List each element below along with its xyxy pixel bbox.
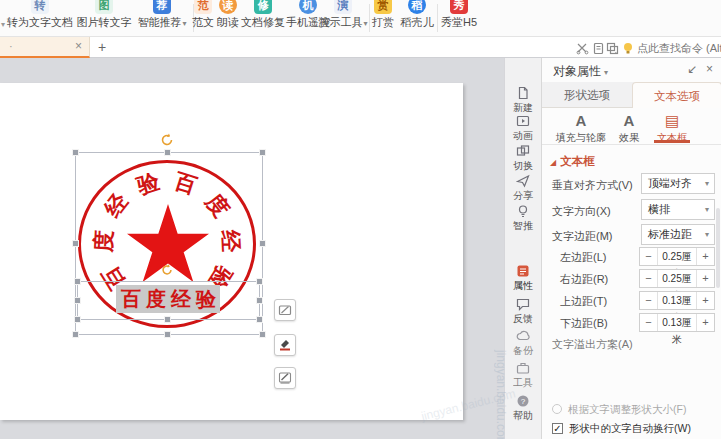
left-margin-value[interactable]: 0.25厘米: [657, 248, 697, 265]
sidebar-item-tools[interactable]: 工具: [505, 361, 541, 390]
checkbox-label: 形状中的文字自动换行(W): [569, 422, 691, 436]
new-tab-button[interactable]: +: [93, 38, 111, 56]
selection-handle[interactable]: [72, 331, 79, 338]
chevron-down-icon: ▾: [604, 68, 608, 77]
doc-convert-icon: 转: [31, 0, 49, 14]
top-margin-stepper: − 0.13厘米 +: [639, 291, 715, 310]
radio-label: 根据文字调整形状大小(F): [568, 403, 686, 417]
sidebar-item-transition[interactable]: 切换: [505, 144, 541, 173]
decrement-button[interactable]: −: [640, 292, 657, 309]
selection-handle[interactable]: [72, 240, 79, 247]
textbox-handle[interactable]: [256, 278, 263, 285]
radio-circle[interactable]: [552, 404, 562, 414]
textbox-section-header[interactable]: ◢文本框: [550, 154, 595, 169]
increment-button[interactable]: +: [697, 314, 714, 331]
switch-window-icon[interactable]: [606, 41, 619, 54]
selection-handle[interactable]: [259, 331, 266, 338]
top-margin-value[interactable]: 0.13厘米: [657, 292, 697, 309]
sidebar-item-properties[interactable]: 属性: [505, 264, 541, 293]
icon-tab-effects[interactable]: A 效果: [612, 112, 646, 145]
increment-button[interactable]: +: [697, 248, 714, 265]
right-margin-stepper: − 0.25厘米 +: [639, 269, 715, 288]
text-edit-button[interactable]: [274, 367, 296, 389]
textbox-handle[interactable]: [256, 316, 263, 323]
decrement-button[interactable]: −: [640, 248, 657, 265]
sidebar-item-smart-push[interactable]: 智推: [505, 204, 541, 233]
text-margin-label: 文字边距(M): [552, 229, 613, 244]
tab-text-options[interactable]: 文本选项: [632, 82, 721, 108]
bottom-margin-value[interactable]: 0.13厘米: [657, 314, 697, 331]
ribbon-button-docer[interactable]: 稻 稻壳儿: [399, 0, 435, 36]
selection-handle[interactable]: [259, 149, 266, 156]
decrement-button[interactable]: −: [640, 270, 657, 287]
ribbon-button-xiutang-h5[interactable]: 秀 秀堂H5: [437, 0, 481, 36]
ribbon-label: 文档修复: [241, 16, 285, 28]
ribbon-button-reward[interactable]: 赏 打赏: [366, 0, 400, 36]
section-triangle-icon: ◢: [550, 158, 556, 167]
selection-handle[interactable]: [164, 331, 171, 338]
textbox-handle[interactable]: [256, 297, 263, 304]
panel-tabs: 形状选项 文本选项: [542, 82, 721, 108]
presentation-tools-icon: 演: [334, 0, 352, 14]
close-panel-icon[interactable]: ×: [706, 62, 713, 76]
selection-handle[interactable]: [164, 149, 171, 156]
icon-tab-fill-outline[interactable]: A 填充与轮廓: [550, 112, 612, 145]
sidebar-item-help[interactable]: ? 帮助: [505, 394, 541, 423]
sidebar-item-feedback[interactable]: 反馈: [505, 297, 541, 326]
sidebar-item-animation[interactable]: 动画: [505, 114, 541, 143]
format-painter-button[interactable]: [274, 334, 296, 356]
sidebar-item-new[interactable]: 新建: [505, 86, 541, 115]
increment-button[interactable]: +: [697, 270, 714, 287]
ribbon-button-smart-recommend[interactable]: 荐 智能推荐▾: [134, 0, 190, 36]
effects-icon: A: [624, 112, 635, 129]
checkbox-box[interactable]: ✓: [552, 423, 563, 434]
textbox-handle[interactable]: [74, 278, 81, 285]
close-tab-icon[interactable]: ×: [75, 39, 82, 53]
left-margin-stepper: − 0.25厘米 +: [639, 247, 715, 266]
text-overflow-label: 文字溢出方案(A): [552, 337, 633, 352]
textbox-handle[interactable]: [164, 316, 171, 323]
scissors-icon[interactable]: [576, 41, 589, 54]
right-margin-value[interactable]: 0.25厘米: [657, 270, 697, 287]
ribbon-button-convert-to-text-doc[interactable]: 转 转为文字文档: [6, 0, 74, 36]
ribbon-button-presentation-tools[interactable]: 演 演示工具▾: [318, 0, 368, 36]
ribbon-toolbar: ▾ 转 转为文字文档 图 图片转文字 荐 智能推荐▾ 范 范文 读 朗读 修 文…: [0, 0, 721, 37]
selection-handle[interactable]: [259, 240, 266, 247]
ribbon-label: 智能推荐: [137, 16, 181, 28]
sidebar-item-share[interactable]: 分享: [505, 174, 541, 203]
sidebar-label: 动画: [505, 129, 541, 143]
text-direction-select[interactable]: 横排 ▾: [641, 199, 715, 220]
selection-handle[interactable]: [72, 149, 79, 156]
textbox-handle[interactable]: [74, 297, 81, 304]
ribbon-button-image-to-text[interactable]: 图 图片转文字: [76, 0, 132, 36]
document-tab[interactable]: · ×: [0, 37, 90, 58]
tab-shape-options[interactable]: 形状选项: [544, 82, 630, 108]
sidebar-label: 属性: [505, 279, 541, 293]
decrement-button[interactable]: −: [640, 314, 657, 331]
chevron-down-icon: ▾: [705, 200, 709, 219]
wrap-text-checkbox[interactable]: ✓ 形状中的文字自动换行(W): [552, 422, 716, 436]
increment-button[interactable]: +: [697, 292, 714, 309]
find-command-hint[interactable]: 点此查找命令 (Alt+Q): [637, 41, 721, 56]
vertical-align-select[interactable]: 顶端对齐 ▾: [641, 173, 715, 194]
panel-divider: [542, 144, 721, 145]
collapse-panel-icon[interactable]: ↙: [687, 62, 697, 76]
sidebar-label: 反馈: [505, 312, 541, 326]
sidebar-item-backup[interactable]: 备份: [505, 329, 541, 358]
text-margin-select[interactable]: 标准边距 ▾: [641, 224, 715, 245]
textbox-icon: ▤: [665, 112, 679, 129]
chevron-down-icon: ▾: [705, 225, 709, 244]
doc-repair-icon: 修: [254, 0, 272, 14]
panel-scrollbar[interactable]: [716, 208, 720, 288]
textbox-handle[interactable]: [74, 316, 81, 323]
panel-title: 对象属性▾: [553, 63, 608, 80]
textbox-rotate-handle[interactable]: [160, 263, 174, 281]
ribbon-label: 打赏: [372, 16, 394, 28]
quick-style-button[interactable]: [274, 299, 296, 321]
ribbon-label: 稻壳儿: [401, 16, 434, 28]
fill-outline-icon: A: [576, 112, 587, 129]
document-icon[interactable]: [592, 41, 605, 54]
right-margin-label: 右边距(R): [560, 272, 608, 287]
right-side-toolbar: 新建 动画 切换 分享 智推 属性 反馈 备份: [504, 58, 541, 439]
fit-shape-to-text-radio[interactable]: 根据文字调整形状大小(F): [552, 403, 712, 417]
